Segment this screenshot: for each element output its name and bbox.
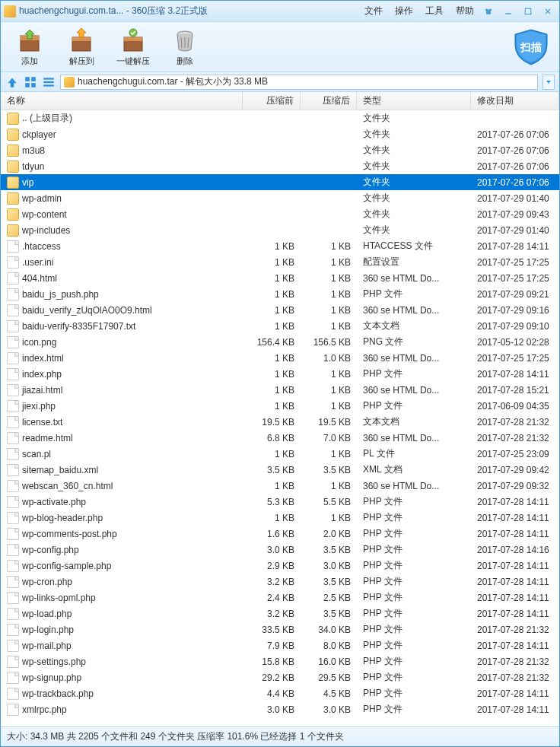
file-row[interactable]: jiazai.html1 KB1 KB360 se HTML Do...2017… xyxy=(1,382,559,398)
header-date[interactable]: 修改日期 xyxy=(471,92,559,110)
delete-button[interactable]: 删除 xyxy=(162,25,208,69)
file-size-after: 19.5 KB xyxy=(301,417,357,428)
file-type: 配置设置 xyxy=(357,256,471,269)
file-list[interactable]: .. (上级目录)文件夹ckplayer文件夹2017-07-26 07:06m… xyxy=(1,110,559,726)
file-size-after: 1 KB xyxy=(301,401,357,412)
file-row[interactable]: scan.pl1 KB1 KBPL 文件2017-07-25 23:09 xyxy=(1,446,559,462)
file-size-after: 34.0 KB xyxy=(301,625,357,635)
header-type[interactable]: 类型 xyxy=(357,92,471,110)
file-size-before: 1 KB xyxy=(243,273,301,284)
file-icon xyxy=(7,256,19,269)
menu-operate[interactable]: 操作 xyxy=(395,5,413,17)
statusbar: 大小: 34.3 MB 共 2205 个文件和 249 个文件夹 压缩率 101… xyxy=(1,726,559,746)
file-row[interactable]: wp-content文件夹2017-07-29 09:43 xyxy=(1,206,559,222)
file-date: 2017-07-29 09:21 xyxy=(471,289,559,300)
file-row[interactable]: wp-settings.php15.8 KB16.0 KBPHP 文件2017-… xyxy=(1,653,559,669)
menu-help[interactable]: 帮助 xyxy=(456,5,474,17)
file-name: wp-trackback.php xyxy=(22,688,94,699)
file-icon xyxy=(7,240,19,253)
file-date: 2017-07-28 14:11 xyxy=(471,513,559,523)
file-row[interactable]: wp-blog-header.php1 KB1 KBPHP 文件2017-07-… xyxy=(1,510,559,526)
file-row[interactable]: .htaccess1 KB1 KBHTACCESS 文件2017-07-28 1… xyxy=(1,238,559,254)
svg-text:扫描: 扫描 xyxy=(520,41,542,53)
file-row[interactable]: wp-signup.php29.2 KB29.5 KBPHP 文件2017-07… xyxy=(1,669,559,685)
file-row[interactable]: .user.ini1 KB1 KB配置设置2017-07-25 17:25 xyxy=(1,254,559,270)
file-row[interactable]: index.html1 KB1.0 KB360 se HTML Do...201… xyxy=(1,350,559,366)
file-row[interactable]: baidu-verify-8335F17907.txt1 KB1 KB文本文档2… xyxy=(1,318,559,334)
extract-to-button[interactable]: 解压到 xyxy=(59,25,104,69)
file-row[interactable]: jiexi.php1 KB1 KBPHP 文件2017-06-09 04:35 xyxy=(1,398,559,414)
file-row[interactable]: wp-cron.php3.2 KB3.5 KBPHP 文件2017-07-28 … xyxy=(1,574,559,590)
file-row[interactable]: wp-config.php3.0 KB3.5 KBPHP 文件2017-07-2… xyxy=(1,542,559,558)
file-row[interactable]: ckplayer文件夹2017-07-26 07:06 xyxy=(1,126,559,142)
file-row[interactable]: .. (上级目录)文件夹 xyxy=(1,110,559,126)
file-row[interactable]: xmlrpc.php3.0 KB3.0 KBPHP 文件2017-07-28 1… xyxy=(1,701,559,717)
svg-rect-14 xyxy=(25,77,30,81)
file-size-after: 2.5 KB xyxy=(301,593,357,603)
svg-rect-19 xyxy=(43,81,54,82)
file-date: 2017-06-09 04:35 xyxy=(471,401,559,412)
skin-button[interactable] xyxy=(480,5,497,18)
file-name: m3u8 xyxy=(22,145,45,156)
file-row[interactable]: 404.html1 KB1 KB360 se HTML Do...2017-07… xyxy=(1,270,559,286)
file-row[interactable]: wp-comments-post.php1.6 KB2.0 KBPHP 文件20… xyxy=(1,526,559,542)
menu-file[interactable]: 文件 xyxy=(364,5,383,17)
delete-label: 删除 xyxy=(177,56,193,67)
file-row[interactable]: sitemap_baidu.xml3.5 KB3.5 KBXML 文档2017-… xyxy=(1,462,559,478)
file-row[interactable]: wp-admin文件夹2017-07-29 01:40 xyxy=(1,190,559,206)
up-arrow-icon[interactable] xyxy=(5,75,19,89)
file-row[interactable]: wp-links-opml.php2.4 KB2.5 KBPHP 文件2017-… xyxy=(1,590,559,606)
path-dropdown-button[interactable] xyxy=(542,75,555,90)
file-row[interactable]: baidu_verify_zUqOlAO0O9.html1 KB1 KB360 … xyxy=(1,302,559,318)
header-name[interactable]: 名称 xyxy=(1,92,243,110)
file-type: PHP 文件 xyxy=(357,607,471,620)
file-type: 360 se HTML Do... xyxy=(357,481,471,491)
file-date: 2017-07-28 14:11 xyxy=(471,529,559,539)
file-row[interactable]: m3u8文件夹2017-07-26 07:06 xyxy=(1,142,559,158)
file-row[interactable]: wp-activate.php5.3 KB5.5 KBPHP 文件2017-07… xyxy=(1,494,559,510)
file-name: .htaccess xyxy=(22,241,61,252)
file-icon xyxy=(7,336,19,348)
file-row[interactable]: webscan_360_cn.html1 KB1 KB360 se HTML D… xyxy=(1,478,559,494)
file-icon xyxy=(7,624,19,636)
add-button[interactable]: 添加 xyxy=(7,25,52,69)
window-title: huachengchugui.com.ta... - 360压缩 3.2正式版 xyxy=(19,5,208,17)
file-row[interactable]: vip文件夹2017-07-26 07:06 xyxy=(1,174,559,190)
file-type: 文件夹 xyxy=(357,144,471,157)
close-button[interactable] xyxy=(539,5,556,18)
file-row[interactable]: wp-includes文件夹2017-07-29 01:40 xyxy=(1,222,559,238)
path-bar[interactable]: huachengchugui.com.tar - 解包大小为 33.8 MB xyxy=(60,75,538,90)
scan-button[interactable]: 扫描 xyxy=(511,27,552,68)
file-size-before: 3.5 KB xyxy=(243,465,301,475)
file-icon xyxy=(7,448,19,460)
file-icon xyxy=(7,288,19,300)
file-row[interactable]: icon.png156.4 KB156.5 KBPNG 文件2017-05-12… xyxy=(1,334,559,350)
header-before[interactable]: 压缩前 xyxy=(243,92,301,110)
file-name: wp-config-sample.php xyxy=(22,561,111,571)
view-large-icon[interactable] xyxy=(24,75,37,89)
file-row[interactable]: wp-load.php3.2 KB3.5 KBPHP 文件2017-07-28 … xyxy=(1,606,559,621)
one-click-extract-button[interactable]: 一键解压 xyxy=(110,25,156,69)
file-name: license.txt xyxy=(22,417,62,428)
minimize-button[interactable] xyxy=(500,5,517,18)
file-name: vip xyxy=(22,177,33,188)
toolbar: 添加 解压到 一键解压 删除 扫描 xyxy=(1,22,559,72)
file-row[interactable]: wp-config-sample.php2.9 KB3.0 KBPHP 文件20… xyxy=(1,558,559,574)
file-row[interactable]: baidu_js_push.php1 KB1 KBPHP 文件2017-07-2… xyxy=(1,286,559,302)
file-row[interactable]: wp-mail.php7.9 KB8.0 KBPHP 文件2017-07-28 … xyxy=(1,637,559,653)
maximize-button[interactable] xyxy=(520,5,536,18)
file-row[interactable]: index.php1 KB1 KBPHP 文件2017-07-28 14:11 xyxy=(1,366,559,382)
menu-tools[interactable]: 工具 xyxy=(425,5,444,17)
file-row[interactable]: wp-login.php33.5 KB34.0 KBPHP 文件2017-07-… xyxy=(1,621,559,637)
titlebar[interactable]: huachengchugui.com.ta... - 360压缩 3.2正式版 … xyxy=(1,1,559,22)
file-icon xyxy=(7,544,19,556)
file-icon xyxy=(7,464,19,476)
file-row[interactable]: tdyun文件夹2017-07-26 07:06 xyxy=(1,158,559,174)
file-row[interactable]: license.txt19.5 KB19.5 KB文本文档2017-07-28 … xyxy=(1,414,559,430)
view-list-icon[interactable] xyxy=(42,75,56,89)
header-after[interactable]: 压缩后 xyxy=(301,92,357,110)
file-type: 360 se HTML Do... xyxy=(357,433,471,443)
file-type: PL 文件 xyxy=(357,447,471,460)
file-row[interactable]: wp-trackback.php4.4 KB4.5 KBPHP 文件2017-0… xyxy=(1,685,559,701)
file-row[interactable]: readme.html6.8 KB7.0 KB360 se HTML Do...… xyxy=(1,430,559,446)
